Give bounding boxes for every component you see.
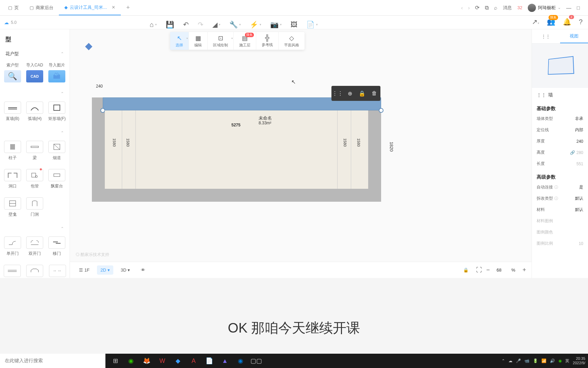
section-struct[interactable]: ⌃: [0, 127, 69, 138]
redo-icon[interactable]: ↷: [198, 20, 203, 29]
prop-modify-type[interactable]: 拆改类型ⓘ 默认: [532, 193, 588, 204]
section-walls[interactable]: ⌃: [0, 88, 69, 99]
prop-material-legend[interactable]: 材料图例: [532, 215, 588, 227]
prop-align-line[interactable]: 定位线 内部: [532, 124, 588, 136]
tray-up-icon[interactable]: ⌃: [502, 358, 505, 363]
prop-material[interactable]: 材料 默认: [532, 204, 588, 215]
item-window-straight[interactable]: 字型窗: [2, 262, 22, 278]
view-2d-button[interactable]: 2D ▾: [97, 265, 113, 275]
tool-select[interactable]: ↖ 选择 ▾: [170, 32, 189, 50]
taskview-icon[interactable]: ⊞: [108, 354, 122, 368]
image-icon[interactable]: 🖼: [291, 21, 297, 29]
preview-3d[interactable]: [532, 44, 588, 88]
multidesk-icon[interactable]: ▢▢: [249, 354, 263, 368]
msg-label[interactable]: 消息: [503, 5, 512, 11]
lock-view-button[interactable]: 🔒: [460, 265, 472, 275]
item-bay-window[interactable]: 飘窗台: [47, 166, 67, 192]
clock[interactable]: 20:35 2022/9/: [573, 356, 585, 365]
wrench-icon[interactable]: 🔧▾: [229, 20, 241, 29]
share-icon[interactable]: 👥限免: [547, 18, 555, 26]
prop-thickness[interactable]: 厚度 240: [532, 136, 588, 147]
item-double-door[interactable]: 双开门: [24, 234, 45, 259]
firefox-icon[interactable]: 🦊: [140, 354, 154, 368]
lightning-icon[interactable]: ⚡▾: [250, 20, 261, 29]
tool-construction[interactable]: ▤ 施工层 限免: [234, 32, 256, 50]
section-doors[interactable]: ⌃: [0, 223, 69, 234]
home-icon[interactable]: ⌂▾: [150, 21, 157, 29]
item-straight-wall[interactable]: 直墙(B): [2, 99, 23, 124]
item-column[interactable]: 柱子: [2, 138, 23, 164]
tool-guideline[interactable]: ╬ 参考线: [256, 32, 279, 50]
prop-wall-type[interactable]: 墙体类型 非承: [532, 113, 588, 124]
undo-icon[interactable]: ↶: [183, 20, 189, 29]
user-menu[interactable]: 阿琦橱柜 ⌄: [528, 4, 561, 12]
room[interactable]: [105, 110, 368, 189]
item-opening[interactable]: 洞口: [2, 166, 23, 192]
tray-wechat-icon[interactable]: ◉: [558, 358, 562, 363]
prop-legend-color[interactable]: 图例颜色: [532, 227, 588, 238]
item-import-cad[interactable]: 导入CAD CAD: [24, 60, 45, 85]
add-icon[interactable]: ⊕: [345, 89, 355, 98]
app-icon[interactable]: ◆: [171, 354, 185, 368]
prop-height[interactable]: 高度 🔗280: [532, 147, 588, 158]
tray-video-icon[interactable]: 📹: [524, 358, 529, 363]
tool-edit[interactable]: ▦ 编辑: [189, 32, 208, 50]
item-pipe-wrap[interactable]: 包管: [24, 166, 45, 192]
zoom-in-icon[interactable]: +: [522, 266, 526, 274]
bell-icon[interactable]: 🔔2: [563, 18, 571, 26]
link-icon[interactable]: 🔗: [570, 150, 575, 155]
prop-length[interactable]: 长度 551: [532, 158, 588, 169]
item-sliding-door[interactable]: 移门: [47, 234, 67, 259]
minimize-icon[interactable]: —: [566, 5, 571, 11]
maximize-icon[interactable]: □: [577, 5, 580, 11]
floor-plan[interactable]: 240 5275 未命名 8.33m² 1580 1580 1580 1580 …: [92, 97, 381, 202]
tray-wifi-icon[interactable]: 📶: [541, 358, 546, 363]
nav-forward-icon[interactable]: ›: [468, 5, 470, 11]
tab-page[interactable]: ▢ 页: [3, 0, 24, 15]
item-single-door[interactable]: 单开门: [2, 234, 23, 259]
tool-area-draw[interactable]: ⊡ 区域绘制 ▾: [208, 32, 234, 50]
edge-icon[interactable]: ◉: [233, 354, 248, 368]
tool-flat-style[interactable]: ◇ 平面风格: [279, 32, 305, 50]
autocad-icon[interactable]: A: [186, 354, 201, 368]
item-window-bay[interactable]: 一字型飘...: [23, 262, 46, 278]
section-import[interactable]: 花户型 ⌃: [0, 47, 69, 60]
item-niche[interactable]: 壁龛: [2, 195, 23, 220]
item-door-opening[interactable]: 门洞: [24, 195, 45, 220]
wechat-icon[interactable]: ◉: [124, 354, 138, 368]
app2-icon[interactable]: ▲: [218, 354, 232, 368]
close-icon[interactable]: ✕: [112, 5, 115, 10]
fit-icon[interactable]: ⛶: [476, 266, 482, 274]
layers-button[interactable]: ☰ 1F: [76, 265, 93, 275]
rp-handle-tab[interactable]: ⋮⋮: [532, 29, 560, 43]
item-window-floor[interactable]: 落地窗: [47, 262, 67, 278]
eraser-icon[interactable]: ◢▾: [212, 20, 220, 29]
tray-mic-icon[interactable]: 🎤: [516, 358, 521, 363]
copy-icon[interactable]: ⧉: [485, 5, 489, 11]
item-beam[interactable]: 梁: [24, 138, 45, 164]
camera-icon[interactable]: 📷▾: [270, 20, 282, 29]
document-icon[interactable]: 📄▾: [306, 20, 318, 29]
tray-cloud-icon[interactable]: ☁: [508, 358, 512, 363]
nav-back-icon[interactable]: ‹: [461, 5, 463, 11]
info-icon[interactable]: ⓘ: [554, 196, 558, 201]
item-arc-wall[interactable]: 弧墙(H): [24, 99, 45, 124]
lock-icon[interactable]: 🔒: [357, 89, 367, 98]
wps-icon[interactable]: W: [155, 354, 169, 368]
export-icon[interactable]: ↗▾: [532, 18, 539, 26]
refresh-icon[interactable]: ⟳: [475, 4, 479, 11]
view-3d-button[interactable]: 3D ▾: [117, 265, 134, 275]
prop-auto-connect[interactable]: 自动连接ⓘ 是: [532, 182, 588, 193]
tab-design-tool[interactable]: ◆ 云设计工具_司米... ✕: [59, 0, 121, 15]
tray-battery-icon[interactable]: 🔋: [533, 358, 538, 363]
ime-indicator[interactable]: 英: [565, 358, 569, 364]
info-icon[interactable]: ⓘ: [554, 185, 558, 190]
drag-handle-icon[interactable]: ⋮⋮: [333, 89, 342, 98]
delete-icon[interactable]: 🗑: [370, 89, 379, 98]
item-search-floorplan[interactable]: 索户型 🔍: [2, 60, 23, 85]
canvas[interactable]: ◆ ↖ 240 5275 未命名 8.33m² 1580 1580 1580 1…: [70, 29, 532, 278]
notepad-icon[interactable]: 📄: [202, 354, 216, 368]
add-tab-button[interactable]: +: [121, 4, 135, 11]
taskbar-search[interactable]: 在此键入进行搜索: [0, 354, 105, 368]
item-rect-wall[interactable]: 矩形墙(F): [47, 99, 67, 124]
